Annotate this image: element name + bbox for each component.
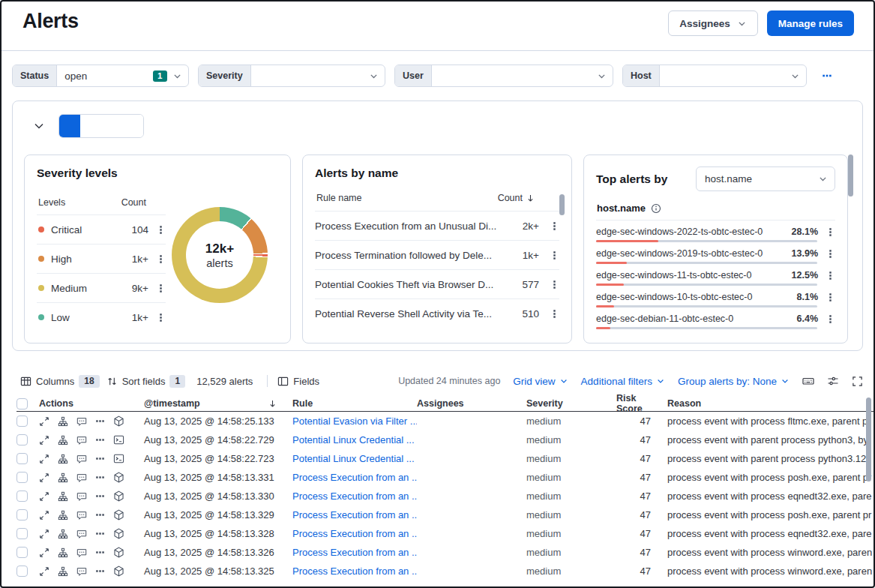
expand-alert-icon[interactable]	[39, 435, 49, 446]
comment-icon[interactable]	[76, 491, 87, 502]
info-icon[interactable]	[651, 203, 661, 214]
session-cube-icon[interactable]	[113, 472, 124, 483]
summary-tab[interactable]	[101, 115, 122, 137]
analyzer-graph-icon[interactable]	[58, 548, 68, 558]
filter-combo[interactable]: User	[394, 64, 613, 87]
expand-alert-icon[interactable]	[39, 491, 49, 502]
comment-icon[interactable]	[76, 435, 87, 446]
severity-column-header[interactable]: Severity	[526, 398, 616, 409]
more-actions-icon[interactable]	[95, 529, 105, 538]
row-actions-menu-icon[interactable]	[550, 309, 559, 319]
select-row-checkbox[interactable]	[16, 547, 28, 558]
alert-rule-link[interactable]: Process Execution from an ...	[292, 472, 417, 483]
more-actions-icon[interactable]	[95, 416, 105, 426]
fields-button[interactable]: Fields	[277, 376, 319, 387]
row-actions-menu-icon[interactable]	[550, 221, 559, 231]
alert-rule-link[interactable]: Potential Linux Credential ...	[292, 434, 417, 446]
row-actions-menu-icon[interactable]	[156, 225, 166, 235]
session-cube-icon[interactable]	[113, 490, 124, 502]
select-row-checkbox[interactable]	[16, 434, 28, 446]
analyzer-graph-icon[interactable]	[58, 566, 68, 577]
row-actions-menu-icon[interactable]	[550, 250, 559, 260]
session-cube-icon[interactable]	[113, 547, 124, 558]
alert-rule-link[interactable]: Potential Linux Credential ...	[292, 453, 417, 464]
expand-alert-icon[interactable]	[39, 472, 49, 483]
analyzer-graph-icon[interactable]	[58, 510, 68, 520]
analyzer-graph-icon[interactable]	[58, 454, 68, 464]
analyzer-graph-icon[interactable]	[58, 529, 68, 539]
comment-icon[interactable]	[76, 416, 87, 427]
timestamp-column-header[interactable]: @timestamp	[144, 398, 292, 409]
session-cube-icon[interactable]	[113, 509, 124, 520]
expand-alert-icon[interactable]	[39, 566, 49, 577]
assignees-column-header[interactable]: Assignees	[417, 398, 526, 409]
alert-rule-link[interactable]: Process Execution from an ...	[292, 547, 417, 558]
expand-alert-icon[interactable]	[39, 454, 49, 464]
sort-fields-button[interactable]: Sort fields 1	[106, 375, 186, 388]
session-cube-icon[interactable]	[113, 416, 124, 427]
select-row-checkbox[interactable]	[16, 416, 28, 427]
assignees-button[interactable]: Assignees	[668, 10, 758, 36]
alert-rule-link[interactable]: Process Execution from an ...	[292, 566, 417, 577]
additional-filters-menu[interactable]: Additional filters	[581, 376, 665, 387]
select-all-checkbox[interactable]	[16, 398, 28, 410]
more-actions-icon[interactable]	[95, 454, 105, 464]
keyboard-shortcuts-icon[interactable]	[802, 375, 814, 387]
grid-view-menu[interactable]: Grid view	[513, 376, 568, 387]
expand-alert-icon[interactable]	[39, 529, 49, 539]
more-actions-icon[interactable]	[95, 510, 105, 520]
row-actions-menu-icon[interactable]	[826, 292, 835, 302]
group-alerts-by-menu[interactable]: Group alerts by: None	[678, 376, 790, 387]
scrollbar-thumb[interactable]	[866, 398, 871, 482]
expand-alert-icon[interactable]	[39, 510, 49, 520]
comment-icon[interactable]	[76, 454, 87, 464]
manage-rules-button[interactable]: Manage rules	[767, 10, 854, 36]
select-row-checkbox[interactable]	[16, 509, 28, 520]
analyzer-graph-icon[interactable]	[58, 472, 68, 483]
alert-rule-link[interactable]: Potential Evasion via Filter ...	[292, 416, 417, 427]
terminal-session-icon[interactable]	[113, 453, 124, 464]
select-row-checkbox[interactable]	[16, 566, 28, 577]
summary-tab[interactable]	[59, 115, 80, 137]
summary-tab[interactable]	[122, 115, 143, 137]
display-options-sliders-icon[interactable]	[827, 375, 839, 387]
row-actions-menu-icon[interactable]	[156, 254, 166, 264]
row-actions-menu-icon[interactable]	[826, 249, 835, 259]
comment-icon[interactable]	[76, 566, 87, 577]
session-cube-icon[interactable]	[113, 566, 124, 577]
summary-tab[interactable]	[80, 115, 101, 137]
alert-rule-link[interactable]: Process Execution from an ...	[292, 528, 417, 539]
scrollbar-thumb[interactable]	[559, 194, 565, 215]
collapse-summary-button[interactable]	[31, 118, 46, 134]
comment-icon[interactable]	[76, 548, 87, 558]
row-actions-menu-icon[interactable]	[550, 280, 559, 290]
reason-column-header[interactable]: Reason	[661, 398, 874, 409]
more-actions-icon[interactable]	[95, 435, 105, 445]
row-actions-menu-icon[interactable]	[826, 314, 835, 324]
more-actions-icon[interactable]	[95, 548, 105, 557]
expand-alert-icon[interactable]	[39, 416, 49, 427]
select-row-checkbox[interactable]	[16, 490, 28, 502]
select-row-checkbox[interactable]	[16, 528, 28, 539]
more-actions-icon[interactable]	[95, 491, 105, 501]
sort-descending-icon[interactable]	[526, 194, 535, 203]
more-actions-icon[interactable]	[95, 472, 105, 482]
comment-icon[interactable]	[76, 472, 87, 483]
filter-combo[interactable]: Status open 1	[12, 64, 189, 87]
analyzer-graph-icon[interactable]	[58, 491, 68, 502]
scrollbar-thumb[interactable]	[848, 154, 853, 196]
fullscreen-icon[interactable]	[852, 376, 863, 387]
terminal-session-icon[interactable]	[113, 434, 124, 446]
row-actions-menu-icon[interactable]	[826, 271, 835, 280]
filter-combo[interactable]: Severity	[198, 64, 385, 87]
stack-by-field-select[interactable]: host.name	[696, 166, 835, 191]
select-row-checkbox[interactable]	[16, 472, 28, 483]
select-row-checkbox[interactable]	[16, 453, 28, 464]
alert-rule-link[interactable]: Process Execution from an ...	[292, 509, 417, 520]
row-actions-menu-icon[interactable]	[156, 313, 166, 322]
risk-score-column-header[interactable]: Risk Score	[616, 393, 661, 414]
alert-rule-link[interactable]: Process Execution from an ...	[292, 490, 417, 502]
comment-icon[interactable]	[76, 529, 87, 539]
row-actions-menu-icon[interactable]	[156, 284, 166, 293]
session-cube-icon[interactable]	[113, 528, 124, 539]
